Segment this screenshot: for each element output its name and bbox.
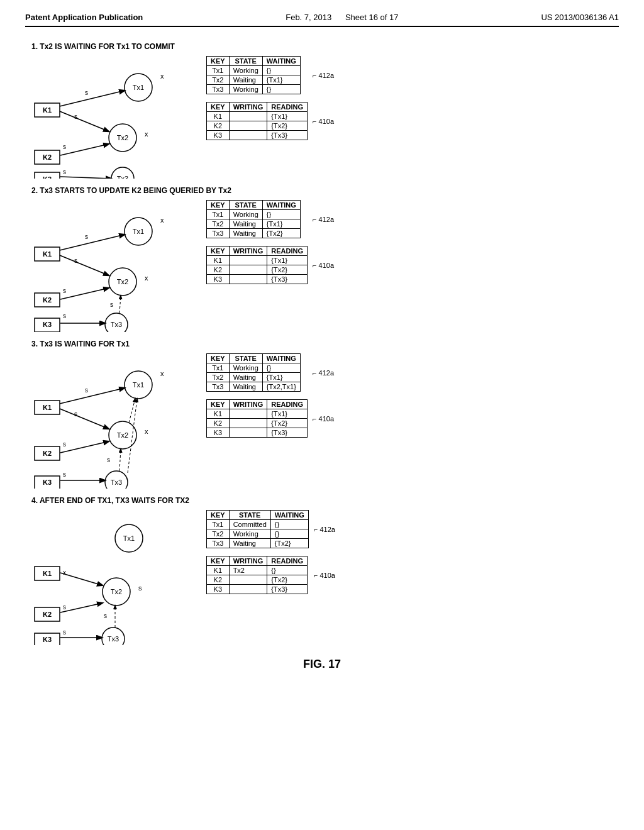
svg-text:K1: K1 [43, 404, 52, 411]
svg-line-44 [119, 296, 121, 313]
svg-text:s: s [63, 287, 66, 294]
svg-text:K2: K2 [43, 611, 52, 618]
header-publication: Patent Application Publication [25, 13, 143, 22]
header: Patent Application Publication Feb. 7, 2… [25, 13, 619, 27]
svg-text:s: s [85, 387, 88, 394]
figure-title: FIG. 17 [25, 658, 619, 671]
svg-text:x: x [145, 130, 148, 138]
table-412a-2: KEY STATE WAITING Tx1 Working {} [206, 200, 301, 238]
table-410a-2: KEY WRITING READING K1 {Tx1} [206, 246, 308, 284]
svg-text:Tx3: Tx3 [108, 635, 119, 643]
table-row: K2 {Tx2} [207, 121, 308, 131]
table-412a-3-wrapper: KEY STATE WAITING Tx1 Working {} [206, 353, 308, 392]
label-410a-3: ⌐ 410a [313, 415, 334, 423]
svg-text:x: x [160, 72, 164, 80]
section-2: 2. Tx3 STARTS TO UPDATE K2 BEING QUERIED… [25, 186, 619, 332]
label-412a-2: ⌐ 412a [313, 216, 334, 223]
table-row: Tx3 Waiting {Tx2} [207, 539, 309, 548]
table-row: K3 {Tx3} [207, 585, 308, 594]
svg-text:K2: K2 [43, 153, 52, 161]
svg-text:Tx2: Tx2 [117, 431, 128, 439]
svg-text:Tx1: Tx1 [123, 534, 135, 542]
svg-text:s: s [138, 584, 142, 592]
svg-line-42 [60, 288, 109, 299]
table-row: K1 {Tx1} [207, 256, 308, 265]
svg-line-21 [60, 177, 111, 179]
label-412a-3: ⌐ 412a [313, 369, 334, 377]
section-4-row: K1 K2 K3 Tx1 Tx2 Tx3 x [25, 510, 619, 645]
svg-line-65 [60, 441, 109, 453]
table-412a-2-wrapper: KEY STATE WAITING Tx1 Working {} [206, 200, 308, 238]
section-3: 3. Tx3 IS WAITING FOR Tx1 K1 K2 K3 Tx1 T… [25, 340, 619, 489]
svg-text:Tx2: Tx2 [117, 278, 128, 285]
table-row: Tx3 Working {} [207, 85, 301, 94]
svg-text:x: x [160, 370, 164, 377]
svg-text:K2: K2 [43, 296, 52, 304]
table-412a-1-wrapper: KEY STATE WAITING Tx1 Working {} [206, 56, 308, 94]
label-412a-1: ⌐ 412a [313, 72, 334, 79]
section-1-row: K1 K2 K3 Tx1 Tx2 Tx3 s [25, 56, 619, 179]
svg-text:x: x [145, 428, 148, 435]
svg-text:s: s [74, 411, 77, 418]
svg-line-34 [60, 235, 125, 250]
table-row: Tx3 Waiting {Tx2,Tx1} [207, 382, 301, 392]
svg-line-85 [60, 573, 103, 585]
svg-line-60 [60, 409, 109, 429]
table-row: K2 {Tx2} [207, 575, 308, 585]
section-1-tables: KEY STATE WAITING Tx1 Working {} [206, 56, 308, 140]
section-4-title: 4. AFTER END OF TX1, TX3 WAITS FOR TX2 [31, 496, 619, 505]
table-row: Tx2 Waiting {Tx1} [207, 373, 301, 382]
svg-line-36 [60, 255, 109, 275]
svg-text:s: s [63, 313, 66, 319]
section-3-row: K1 K2 K3 Tx1 Tx2 Tx3 s s x x s [25, 353, 619, 489]
section-1: 1. Tx2 IS WAITING FOR Tx1 TO COMMIT K1 K… [25, 42, 619, 179]
table-row: K1 {Tx1} [207, 112, 308, 121]
section-4-tables: KEY STATE WAITING Tx1 Committed {} [206, 510, 309, 594]
svg-line-69 [119, 449, 121, 471]
table-row: K3 {Tx3} [207, 131, 308, 140]
table-row: K2 {Tx2} [207, 265, 308, 275]
section-2-tables: KEY STATE WAITING Tx1 Working {} [206, 200, 308, 284]
table-row: K2 {Tx2} [207, 419, 308, 428]
table-row: Tx1 Working {} [207, 66, 301, 75]
table-412a-4-wrapper: KEY STATE WAITING Tx1 Committed {} [206, 510, 309, 548]
svg-text:s: s [85, 233, 88, 240]
svg-text:s: s [63, 441, 66, 448]
table-row: K1 Tx2 {} [207, 566, 308, 575]
table-410a-1: KEY WRITING READING K1 {Tx1} [206, 102, 308, 140]
svg-line-14 [60, 111, 109, 131]
svg-text:Tx1: Tx1 [133, 228, 144, 235]
section-3-tables: KEY STATE WAITING Tx1 Working {} [206, 353, 308, 438]
label-410a-4: ⌐ 410a [314, 572, 335, 579]
label-410a-2: ⌐ 410a [313, 262, 334, 269]
svg-text:s: s [63, 629, 66, 636]
table-row: K3 {Tx3} [207, 428, 308, 438]
section-2-row: K1 K2 K3 Tx1 Tx2 Tx3 s s x x s s [25, 200, 619, 332]
table-row: Tx1 Working {} [207, 363, 301, 373]
table-row: Tx1 Working {} [207, 210, 301, 219]
table-410a-4: KEY WRITING READING K1 Tx2 {} [206, 556, 308, 594]
svg-text:Tx1: Tx1 [133, 84, 144, 91]
svg-text:s: s [74, 257, 77, 264]
svg-text:Tx3: Tx3 [117, 175, 128, 179]
svg-text:K1: K1 [43, 250, 52, 258]
svg-text:s: s [104, 612, 107, 619]
svg-line-12 [60, 91, 125, 106]
svg-text:x: x [160, 216, 164, 224]
table-410a-3-wrapper: KEY WRITING READING K1 {Tx1} [206, 399, 308, 438]
svg-line-88 [60, 603, 103, 612]
table-row: K1 {Tx1} [207, 409, 308, 419]
svg-text:K2: K2 [43, 450, 52, 457]
svg-text:K1: K1 [43, 570, 52, 577]
section-2-title: 2. Tx3 STARTS TO UPDATE K2 BEING QUERIED… [31, 186, 619, 195]
svg-text:K3: K3 [43, 636, 52, 643]
section-3-title: 3. Tx3 IS WAITING FOR Tx1 [31, 340, 619, 348]
table-row: Tx1 Committed {} [207, 520, 309, 529]
svg-text:s: s [107, 456, 110, 463]
diagram-4: K1 K2 K3 Tx1 Tx2 Tx3 x [25, 510, 201, 645]
svg-text:K1: K1 [43, 106, 52, 114]
header-date: Feb. 7, 2013 Sheet 16 of 17 [286, 13, 398, 22]
table-row: Tx2 Working {} [207, 529, 309, 539]
table-410a-3: KEY WRITING READING K1 {Tx1} [206, 399, 308, 438]
table-row: Tx3 Waiting {Tx2} [207, 229, 301, 238]
